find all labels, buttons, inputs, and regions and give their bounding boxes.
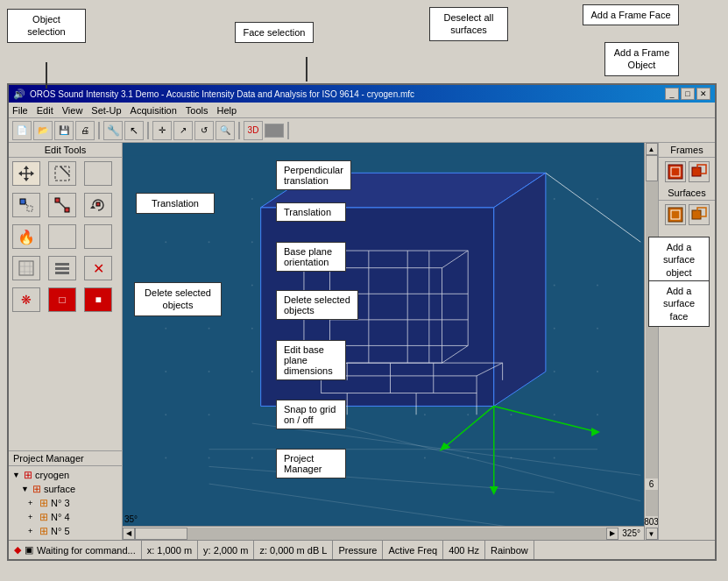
svg-rect-8 xyxy=(20,199,25,204)
menu-help[interactable]: Help xyxy=(217,105,237,116)
scroll-number-2: 803 xyxy=(643,516,658,528)
tool-red3[interactable]: ■ xyxy=(84,287,112,312)
svg-marker-2 xyxy=(24,166,29,169)
svg-rect-11 xyxy=(55,198,60,202)
svg-line-13 xyxy=(60,202,65,208)
menu-setup[interactable]: Set-Up xyxy=(91,105,121,116)
tool-grid-5: ❋ □ ■ xyxy=(9,284,122,315)
tb-print[interactable]: 🖨 xyxy=(75,121,95,140)
svg-marker-3 xyxy=(24,178,29,181)
tool-move[interactable] xyxy=(12,161,40,186)
status-icon: ◆ xyxy=(14,544,21,556)
tb-open[interactable]: 📂 xyxy=(33,121,53,140)
minimize-btn[interactable]: _ xyxy=(665,88,679,100)
tool-rotate2[interactable] xyxy=(84,193,112,217)
menu-file[interactable]: File xyxy=(12,105,28,116)
tool-red2[interactable]: □ xyxy=(48,287,76,312)
svg-rect-23 xyxy=(55,272,69,274)
pm-item-surface[interactable]: ▼ ⊞ surface xyxy=(11,482,120,496)
svg-rect-21 xyxy=(55,263,69,266)
tool-empty2[interactable] xyxy=(48,224,76,249)
add-surface-object-btn[interactable] xyxy=(665,204,686,225)
scroll-up-btn[interactable]: ▲ xyxy=(646,143,658,155)
callout-line-obj xyxy=(46,62,47,89)
tb-new[interactable]: 📄 xyxy=(12,121,32,140)
tool-bars[interactable] xyxy=(48,256,76,280)
tb-tool2[interactable]: ↖ xyxy=(124,121,144,140)
tool-grid-btn[interactable] xyxy=(12,256,40,280)
title-controls: _ □ ✕ xyxy=(665,88,710,100)
add-frame-object-btn[interactable] xyxy=(689,161,710,182)
svg-rect-134 xyxy=(668,208,682,222)
tb-cursor[interactable]: ✛ xyxy=(152,121,172,140)
svg-point-82 xyxy=(209,457,210,459)
svg-rect-16 xyxy=(19,261,33,275)
tool-empty3[interactable] xyxy=(84,224,112,249)
tool-translate[interactable] xyxy=(12,193,40,217)
svg-point-60 xyxy=(209,414,210,415)
expand-icon2: ▼ xyxy=(21,485,30,493)
svg-point-34 xyxy=(554,198,555,200)
pm-item-n3[interactable]: + ⊞ N° 3 xyxy=(11,496,120,510)
tb-arrow[interactable]: ↗ xyxy=(173,121,193,140)
menu-acquisition[interactable]: Acquisition xyxy=(131,105,177,116)
expand-icon5: + xyxy=(28,527,37,535)
svg-point-89 xyxy=(554,457,555,459)
svg-rect-136 xyxy=(692,210,701,219)
add-surface-face-callout: Add asurface face xyxy=(648,280,710,327)
tool-red1[interactable]: ❋ xyxy=(12,287,40,312)
translation-callout: Translation xyxy=(136,193,215,214)
svg-point-76 xyxy=(424,414,426,415)
scrollbar-horizontal[interactable]: ◀ ▶ 325° xyxy=(123,526,644,540)
tool-cross[interactable]: ✕ xyxy=(84,256,112,280)
pm-icon-n3: ⊞ xyxy=(39,497,48,509)
pm-label-surface: surface xyxy=(44,484,75,494)
maximize-btn[interactable]: □ xyxy=(681,88,695,100)
tool-scale[interactable] xyxy=(48,193,76,217)
svg-point-27 xyxy=(251,198,253,200)
menu-view[interactable]: View xyxy=(62,105,83,116)
menu-tools[interactable]: Tools xyxy=(186,105,209,116)
svg-marker-5 xyxy=(31,171,34,176)
svg-rect-132 xyxy=(692,167,701,176)
delete-selected-callout: Delete selectedobjects xyxy=(134,282,222,316)
tb-tool1[interactable]: 🔧 xyxy=(103,121,123,140)
svg-point-64 xyxy=(554,284,555,286)
tb-3d[interactable]: 3D xyxy=(244,121,263,140)
pm-item-cryogen[interactable]: ▼ ⊞ cryogen xyxy=(11,468,120,482)
tb-color[interactable] xyxy=(265,124,284,138)
tb-save[interactable]: 💾 xyxy=(54,121,74,140)
angle-display: 325° xyxy=(618,528,644,538)
svg-point-80 xyxy=(597,414,598,415)
close-btn[interactable]: ✕ xyxy=(696,88,710,100)
svg-point-51 xyxy=(165,328,166,329)
svg-point-59 xyxy=(165,414,166,415)
tool-empty1[interactable] xyxy=(84,161,112,186)
svg-point-47 xyxy=(251,284,253,286)
tb-rotate[interactable]: ↺ xyxy=(194,121,214,140)
status-freq-value: 400 Hz xyxy=(443,541,485,559)
tool-grid-3: 🔥 xyxy=(9,221,122,252)
pm-item-n4[interactable]: + ⊞ N° 4 xyxy=(11,510,120,524)
svg-point-86 xyxy=(424,457,426,459)
status-color: Rainbow xyxy=(485,541,534,559)
add-frame-face-btn[interactable] xyxy=(665,161,686,182)
scroll-thumb-v[interactable] xyxy=(646,155,658,181)
status-x: x: 1,000 m xyxy=(142,541,198,559)
pm-item-n5[interactable]: + ⊞ N° 5 xyxy=(11,524,120,538)
scroll-down-btn[interactable]: ▼ xyxy=(646,528,658,540)
pm-title: Project Manager xyxy=(9,451,122,466)
scroll-left-btn[interactable]: ◀ xyxy=(123,528,135,540)
menu-edit[interactable]: Edit xyxy=(37,105,53,116)
scrollbar-vertical[interactable]: ▲ 6 803 ▼ xyxy=(644,143,658,540)
face-selection-callout: Face selection xyxy=(235,22,314,43)
scroll-right-btn[interactable]: ▶ xyxy=(606,528,618,540)
tool-select2[interactable] xyxy=(48,161,76,186)
scroll-thumb-h[interactable] xyxy=(135,528,187,540)
tool-label-perpendicular: Perpendiculartranslation xyxy=(276,160,351,190)
tb-zoom[interactable]: 🔍 xyxy=(216,121,235,140)
tool-fire[interactable]: 🔥 xyxy=(12,224,40,249)
add-surface-face-btn[interactable] xyxy=(689,204,710,225)
toolbar: 📄 📂 💾 🖨 🔧 ↖ ✛ ↗ ↺ 🔍 3D xyxy=(9,118,715,143)
surfaces-title: Surfaces xyxy=(659,186,715,201)
